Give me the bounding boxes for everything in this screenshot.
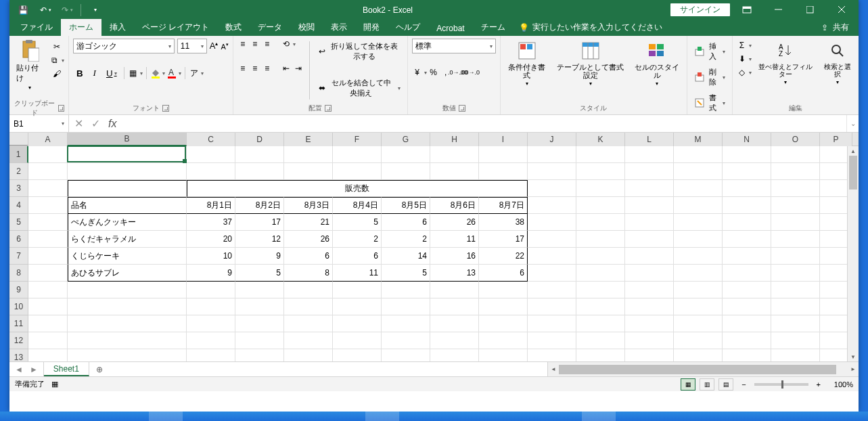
cell[interactable] — [479, 163, 528, 180]
cell[interactable] — [28, 231, 68, 248]
cell[interactable] — [284, 349, 333, 361]
cell[interactable] — [771, 197, 820, 214]
cell[interactable]: 2 — [382, 231, 430, 248]
cell[interactable] — [625, 349, 674, 361]
cell[interactable] — [187, 349, 235, 361]
tab-help[interactable]: ヘルプ — [388, 19, 428, 36]
cell[interactable] — [528, 146, 576, 163]
cell[interactable]: 26 — [430, 214, 479, 231]
cell[interactable] — [674, 214, 723, 231]
normal-view-button[interactable]: ▦ — [681, 378, 695, 391]
name-box[interactable]: B1▾ — [9, 115, 69, 132]
cell[interactable] — [382, 282, 430, 298]
border-button[interactable]: ▦ — [128, 68, 143, 79]
save-button[interactable]: 💾 — [14, 3, 32, 18]
cell[interactable] — [284, 163, 333, 180]
row-header-8[interactable]: 8 — [9, 265, 28, 282]
cell[interactable] — [576, 248, 625, 265]
currency-button[interactable]: ¥ — [412, 67, 427, 78]
cell[interactable] — [430, 282, 479, 298]
cell[interactable] — [333, 332, 382, 349]
conditional-format-button[interactable]: 条件付き書式▾ — [505, 39, 549, 102]
cell[interactable]: 17 — [479, 231, 528, 248]
row-header-6[interactable]: 6 — [9, 231, 28, 248]
column-header-B[interactable]: B — [68, 133, 187, 146]
cell[interactable] — [333, 282, 382, 298]
column-header-G[interactable]: G — [382, 133, 430, 146]
cell[interactable] — [674, 231, 723, 248]
cell[interactable] — [576, 180, 625, 197]
wrap-text-button[interactable]: ↩折り返して全体を表示する — [315, 40, 403, 63]
cell[interactable] — [625, 163, 674, 180]
cell[interactable]: 37 — [187, 214, 235, 231]
tab-file[interactable]: ファイル — [12, 19, 61, 36]
cell[interactable] — [68, 349, 187, 361]
find-select-button[interactable]: 検索と選択▾ — [820, 39, 854, 102]
tab-formulas[interactable]: 数式 — [217, 19, 250, 36]
cell[interactable]: 8月2日 — [235, 197, 284, 214]
cell[interactable]: 17 — [235, 214, 284, 231]
enter-formula[interactable]: ✓ — [91, 117, 100, 130]
cell[interactable] — [528, 282, 576, 298]
cell[interactable]: あひるサブレ — [68, 265, 187, 282]
column-header-C[interactable]: C — [187, 133, 235, 146]
format-painter-button[interactable]: 🖌 — [49, 68, 64, 79]
cell[interactable] — [235, 315, 284, 332]
row-header-5[interactable]: 5 — [9, 214, 28, 231]
row-header-13[interactable]: 13 — [9, 349, 28, 361]
cell[interactable] — [576, 349, 625, 361]
row-header-9[interactable]: 9 — [9, 282, 28, 298]
page-layout-view-button[interactable]: ▥ — [700, 378, 714, 391]
cell[interactable] — [68, 163, 187, 180]
sheet-prev-button[interactable]: ◄ — [15, 365, 23, 374]
cell[interactable] — [430, 298, 479, 315]
cell[interactable]: 21 — [284, 214, 333, 231]
cell[interactable] — [284, 146, 333, 163]
cell[interactable]: 6 — [333, 248, 382, 265]
cut-button[interactable]: ✂ — [49, 41, 64, 52]
cell[interactable] — [235, 146, 284, 163]
cell[interactable] — [479, 332, 528, 349]
cell[interactable] — [68, 298, 187, 315]
close-button[interactable] — [827, 0, 857, 20]
cell[interactable] — [68, 146, 187, 163]
scroll-thumb[interactable] — [849, 156, 857, 190]
format-as-table-button[interactable]: テーブルとして書式設定▾ — [551, 39, 629, 102]
cell[interactable] — [235, 163, 284, 180]
cell[interactable] — [187, 163, 235, 180]
row-header-10[interactable]: 10 — [9, 298, 28, 315]
cell[interactable] — [187, 332, 235, 349]
cell[interactable] — [430, 349, 479, 361]
fill-button[interactable]: ⬇ — [737, 53, 752, 64]
column-header-K[interactable]: K — [576, 133, 625, 146]
column-header-H[interactable]: H — [430, 133, 479, 146]
undo-button[interactable]: ↶▾ — [35, 3, 54, 18]
cell[interactable] — [723, 315, 771, 332]
cell[interactable] — [771, 265, 820, 282]
align-launcher[interactable] — [325, 105, 332, 112]
cell[interactable]: 11 — [333, 265, 382, 282]
clear-button[interactable]: ◇ — [737, 67, 752, 78]
tab-view[interactable]: 表示 — [323, 19, 355, 36]
cell[interactable] — [625, 298, 674, 315]
redo-button[interactable]: ↷▾ — [57, 3, 76, 18]
cell[interactable] — [528, 163, 576, 180]
cell[interactable] — [771, 231, 820, 248]
cell[interactable] — [382, 163, 430, 180]
cell[interactable] — [235, 332, 284, 349]
tell-me[interactable]: 💡実行したい作業を入力してください — [513, 19, 668, 36]
cell[interactable] — [625, 282, 674, 298]
cell[interactable] — [28, 214, 68, 231]
cell[interactable]: くじらケーキ — [68, 248, 187, 265]
clipboard-launcher[interactable] — [58, 105, 64, 112]
share-button[interactable]: ⇪共有 — [810, 19, 859, 36]
cell[interactable]: 38 — [479, 214, 528, 231]
cell[interactable] — [28, 265, 68, 282]
cell[interactable] — [576, 298, 625, 315]
column-header-P[interactable]: P — [820, 133, 852, 146]
cell[interactable] — [28, 163, 68, 180]
cell[interactable] — [430, 146, 479, 163]
cell[interactable]: 16 — [430, 248, 479, 265]
cell[interactable] — [674, 332, 723, 349]
cell[interactable] — [28, 332, 68, 349]
